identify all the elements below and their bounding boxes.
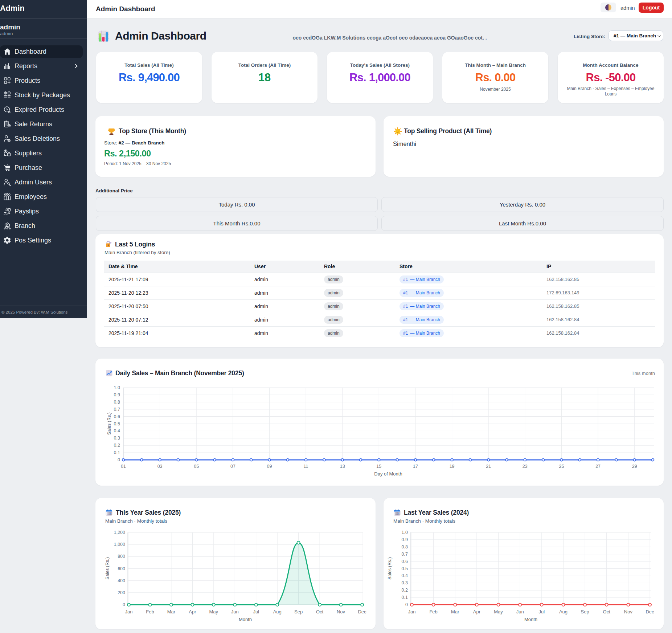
svg-text:0.7: 0.7 [402, 552, 408, 557]
svg-text:Sales (Rs.): Sales (Rs.) [387, 557, 392, 580]
svg-text:Feb: Feb [429, 609, 437, 614]
svg-text:Month: Month [524, 617, 537, 622]
svg-text:Jul: Jul [538, 609, 545, 614]
svg-text:Mar: Mar [451, 609, 459, 614]
svg-text:0.5: 0.5 [402, 566, 408, 571]
svg-text:0.6: 0.6 [402, 559, 408, 564]
svg-text:Jan: Jan [408, 609, 416, 614]
svg-text:0.1: 0.1 [402, 595, 408, 600]
svg-text:Sep: Sep [581, 609, 589, 614]
svg-text:0.2: 0.2 [402, 588, 408, 593]
svg-text:0.9: 0.9 [402, 537, 408, 542]
svg-text:Nov: Nov [624, 609, 633, 614]
svg-text:0.8: 0.8 [402, 544, 408, 550]
svg-text:Apr: Apr [473, 609, 481, 614]
svg-text:0.4: 0.4 [402, 573, 408, 578]
svg-text:Dec: Dec [646, 609, 654, 614]
svg-text:0.3: 0.3 [402, 580, 408, 585]
svg-text:Aug: Aug [559, 609, 567, 614]
svg-text:1.0: 1.0 [402, 530, 408, 535]
svg-text:Jun: Jun [516, 609, 524, 614]
svg-text:0: 0 [405, 602, 408, 607]
svg-text:Oct: Oct [603, 609, 611, 614]
svg-text:May: May [494, 609, 503, 614]
